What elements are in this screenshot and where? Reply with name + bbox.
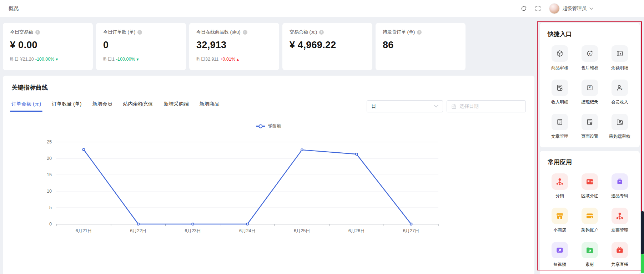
stat-title: 交易总额 (元) [290, 29, 317, 35]
stat-card-pending-shipment: 待发货订单 (单) 86 [376, 23, 466, 70]
folder-search-icon [616, 118, 624, 126]
stat-compare: 昨日1-100.00%▼ [103, 56, 179, 62]
withdraw-box-icon: ¥ [586, 84, 594, 92]
app-materials[interactable]: 素材 [575, 242, 605, 268]
page-gear-icon [586, 118, 594, 126]
stat-value: 0 [103, 40, 179, 51]
stat-card-today-sales: 今日交易额 ¥ 0.00 昨日 ¥21.20-100.00%▼ [3, 23, 93, 70]
date-picker-input[interactable]: 选择日期 [447, 100, 526, 112]
app-shared-live[interactable]: 共享直播 [605, 242, 635, 268]
app-short-video[interactable]: 短视频 [545, 242, 575, 268]
app-purchase-account[interactable]: 采购账户 [575, 208, 605, 233]
stat-value: 32,913 [196, 40, 272, 51]
legend-line-icon [256, 126, 265, 127]
quick-entry-withdraw-records[interactable]: ¥ 提现记录 [575, 80, 605, 105]
info-icon[interactable] [319, 30, 324, 35]
svg-text:20: 20 [47, 156, 52, 161]
tab-balance-recharge[interactable]: 站内余额充值 [123, 101, 153, 112]
tab-new-products[interactable]: 新增商品 [199, 101, 219, 112]
tab-order-amount[interactable]: 订单金额 (元) [11, 101, 41, 112]
common-apps-title: 常用应用 [545, 158, 635, 166]
svg-text:25: 25 [47, 139, 52, 144]
svg-text:¥: ¥ [620, 52, 622, 55]
stat-title: 今日交易额 [10, 29, 33, 35]
trend-down-icon: ▼ [55, 57, 59, 61]
bank-card-icon [585, 211, 594, 220]
stat-card-total-amount: 交易总额 (元) ¥ 4,969.22 [282, 23, 372, 70]
stat-title: 今日在线商品数 (sku) [196, 29, 241, 35]
avatar[interactable] [549, 3, 560, 14]
period-select[interactable]: 日 [367, 100, 443, 112]
stat-compare: 昨日 ¥21.20-100.00%▼ [10, 56, 86, 62]
common-apps-card: 常用应用 分销 区域分红 选品专辑 小商店 采购账户 [540, 151, 640, 274]
svg-text:¥: ¥ [589, 52, 591, 55]
tab-order-count[interactable]: 订单数量 (单) [52, 101, 81, 112]
edge-scrollbar-green[interactable] [641, 254, 644, 273]
app-region-dividend[interactable]: 区域分红 [575, 173, 605, 199]
app-product-album[interactable]: 选品专辑 [605, 173, 635, 199]
quick-entry-card: 快捷入口 商品审核 ¥ 售后维权 ¥ 余额明细 收入明细 ¥ 提现记录 [540, 23, 640, 147]
calendar-icon [451, 104, 457, 109]
info-icon[interactable] [417, 30, 422, 35]
stat-value: 86 [383, 40, 458, 51]
stat-title: 待发货订单 (单) [383, 29, 415, 35]
quick-entry-article-management[interactable]: 文章管理 [545, 114, 575, 139]
stat-cards-row: 今日交易额 ¥ 0.00 昨日 ¥21.20-100.00%▼ 今日订单数 (单… [3, 23, 534, 70]
info-icon[interactable] [137, 30, 142, 35]
stat-value: ¥ 4,969.22 [290, 40, 365, 51]
app-mini-shop[interactable]: 小商店 [545, 208, 575, 233]
svg-text:10: 10 [47, 189, 52, 194]
main-content: 今日交易额 ¥ 0.00 昨日 ¥21.20-100.00%▼ 今日订单数 (单… [3, 23, 534, 274]
svg-text:6月23日: 6月23日 [185, 228, 201, 233]
live-tv-icon [615, 245, 624, 255]
legend-sales[interactable]: 销售额 [256, 123, 282, 129]
stat-card-online-sku: 今日在线商品数 (sku) 32,913 昨日32,911+0.01%▲ [189, 23, 279, 70]
share-network-icon [555, 177, 564, 186]
invoice-network-icon [615, 211, 624, 220]
line-chart: 05101520256月21日6月22日6月23日6月24日6月25日6月26日… [11, 135, 526, 242]
stat-value: ¥ 0.00 [10, 40, 86, 51]
stat-compare: 昨日32,911+0.01%▲ [196, 56, 272, 62]
user-menu[interactable]: 超级管理员 [549, 3, 594, 14]
article-doc-icon [556, 118, 564, 126]
quick-entry-member-income[interactable]: ¥ 会员收入 [605, 80, 635, 105]
svg-text:15: 15 [47, 172, 52, 177]
svg-text:¥: ¥ [589, 86, 591, 89]
info-icon[interactable] [35, 30, 40, 35]
store-icon [555, 211, 564, 220]
tab-new-purchasers[interactable]: 新增采购端 [163, 101, 188, 112]
svg-text:6月21日: 6月21日 [75, 228, 92, 233]
refund-cycle-icon: ¥ [586, 50, 594, 57]
svg-text:6月24日: 6月24日 [239, 228, 256, 233]
quick-entry-aftersale[interactable]: ¥ 售后维权 [575, 45, 605, 71]
income-doc-lock-icon [556, 84, 564, 92]
chart-card-title: 关键指标曲线 [11, 83, 526, 92]
stat-compare [290, 56, 365, 62]
svg-text:6月27日: 6月27日 [403, 228, 419, 233]
fullscreen-icon[interactable] [535, 5, 541, 12]
quick-entry-purchaser-audit[interactable]: 采购端审核 [605, 114, 635, 139]
topbar: 概况 超级管理员 [0, 0, 644, 17]
right-sidebar: 快捷入口 商品审核 ¥ 售后维权 ¥ 余额明细 收入明细 ¥ 提现记录 [540, 23, 640, 274]
quick-entry-page-settings[interactable]: 页面设置 [575, 114, 605, 139]
quick-entry-title: 快捷入口 [545, 30, 635, 38]
trend-up-icon: ▲ [236, 57, 240, 61]
refresh-icon[interactable] [520, 5, 527, 12]
key-metrics-card: 关键指标曲线 订单金额 (元) 订单数量 (单) 新增会员 站内余额充值 新增采… [3, 76, 534, 274]
balance-ledger-icon: ¥ [616, 50, 624, 57]
chevron-down-icon [434, 105, 438, 108]
page-title: 概况 [9, 5, 19, 12]
info-icon[interactable] [243, 30, 247, 35]
tab-new-members[interactable]: 新增会员 [92, 101, 112, 112]
quick-entry-income-detail[interactable]: 收入明细 [545, 80, 575, 105]
quick-entry-product-audit[interactable]: 商品审核 [545, 45, 575, 71]
user-name: 超级管理员 [563, 5, 587, 12]
app-invoice-management[interactable]: 发票管理 [605, 208, 635, 233]
quick-entry-balance-detail[interactable]: ¥ 余额明细 [605, 45, 635, 71]
period-select-value: 日 [371, 103, 376, 110]
app-distribution[interactable]: 分销 [545, 173, 575, 199]
stat-card-today-orders: 今日订单数 (单) 0 昨日1-100.00%▼ [96, 23, 186, 70]
wallet-icon [585, 177, 594, 186]
edge-scrollbar-dark[interactable] [641, 211, 644, 254]
material-folder-icon [585, 245, 594, 255]
